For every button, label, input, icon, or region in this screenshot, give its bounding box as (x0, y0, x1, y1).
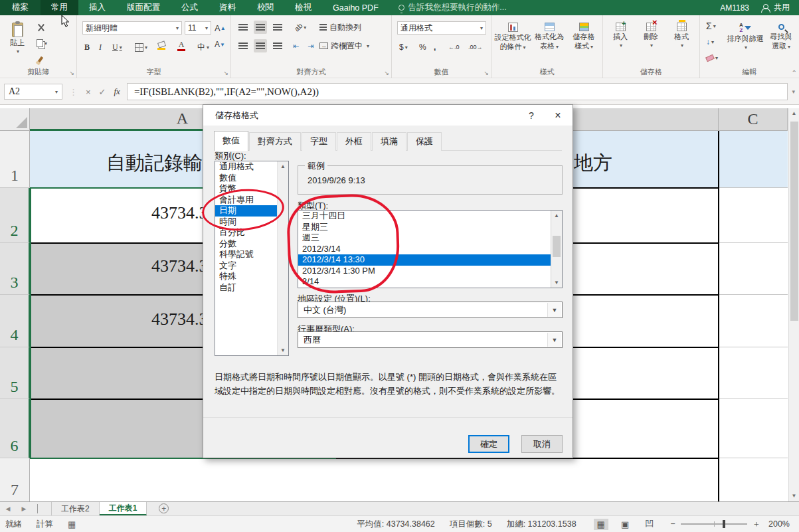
cell-c1[interactable] (719, 131, 788, 188)
ribbon-tabs[interactable]: 檔案常用插入版面配置公式資料校閱檢視Gaaiho PDF (0, 0, 389, 15)
zoom-track[interactable] (681, 523, 747, 525)
find-select-button[interactable]: 尋找與 選取▾ (765, 19, 797, 51)
page-layout-view-icon[interactable]: ▣ (618, 519, 632, 530)
decrease-decimal-button[interactable]: .00→ (466, 41, 485, 54)
calendar-combo[interactable]: 西曆 ▼ (298, 331, 563, 348)
row-header-7[interactable]: 7 (0, 458, 30, 501)
scroll-down-icon[interactable]: ▼ (554, 280, 559, 286)
align-right-button[interactable] (271, 39, 284, 52)
dialog-tab[interactable]: 數值 (214, 131, 248, 151)
cell-styles-button[interactable]: 儲存格 樣式▾ (567, 19, 600, 51)
type-item[interactable]: 2012/3/14 13:30 (298, 254, 562, 266)
share-button[interactable]: 共用 (761, 2, 790, 13)
zoom-thumb[interactable] (723, 520, 725, 528)
bottom-align-button[interactable] (271, 21, 284, 34)
percent-button[interactable]: % (417, 41, 428, 54)
delete-cells-button[interactable]: 刪除 ▾ (636, 19, 666, 50)
sheet-next-icon[interactable]: ▶ (16, 502, 32, 515)
accounting-format-button[interactable]: $▾ (397, 41, 410, 54)
fill-color-button[interactable] (155, 39, 167, 52)
type-item[interactable]: 週三 (298, 232, 562, 244)
vertical-scrollbar[interactable]: ▲ ▼ (788, 108, 799, 501)
sheet-tab[interactable]: 工作表1 (100, 502, 147, 515)
ribbon-tab[interactable]: 公式 (171, 0, 209, 15)
clear-button[interactable]: ▾ (704, 51, 720, 64)
page-break-view-icon[interactable]: 凹 (642, 517, 657, 531)
normal-view-icon[interactable]: ▦ (594, 519, 608, 530)
font-color-button[interactable]: A (175, 39, 187, 52)
type-item[interactable]: 2012/3/14 1:30 PM (298, 266, 562, 277)
vertical-scroll-thumb[interactable] (790, 122, 798, 321)
category-listbox[interactable]: 通用格式數值貨幣會計專用日期時間百分比分數科學記號文字特殊自訂 ▲▼ (215, 161, 289, 356)
scroll-up-icon[interactable]: ▲ (789, 108, 799, 119)
type-listbox[interactable]: 三月十四日星期三週三2012/3/142012/3/14 13:302012/3… (298, 210, 563, 288)
ribbon-tab[interactable]: 版面配置 (116, 0, 171, 15)
align-left-button[interactable] (236, 39, 250, 52)
ribbon-tab[interactable]: 資料 (209, 0, 246, 15)
insert-function-icon[interactable]: fx (114, 86, 120, 97)
phonetic-button[interactable]: 中▾ (195, 41, 211, 54)
wrap-text-button[interactable]: 自動換列 (317, 21, 363, 34)
close-button[interactable]: × (545, 106, 571, 125)
macro-record-icon[interactable]: ▦ (68, 519, 76, 529)
help-button[interactable]: ? (518, 106, 545, 125)
dialog-launcher-icon[interactable]: ↘ (69, 70, 74, 76)
zoom-out-icon[interactable]: − (670, 519, 675, 529)
chevron-down-icon[interactable]: ▼ (547, 303, 561, 317)
select-all-corner[interactable] (0, 108, 30, 131)
type-scroll-thumb[interactable] (553, 236, 561, 257)
shrink-font-button[interactable]: A▼ (213, 38, 227, 51)
column-header-c[interactable]: C (719, 108, 788, 131)
locale-combo[interactable]: 中文 (台灣) ▼ (298, 302, 563, 318)
type-item[interactable]: 星期三 (298, 222, 562, 233)
row-header-3[interactable]: 3 (0, 243, 30, 295)
ribbon-tab[interactable]: Gaaiho PDF (322, 0, 389, 15)
cancel-button[interactable]: 取消 (521, 435, 563, 453)
zoom-in-icon[interactable]: ＋ (753, 519, 761, 530)
merge-center-button[interactable]: ↔ 跨欄置中▾ (317, 39, 371, 52)
row-header-2[interactable]: 2 (0, 188, 30, 243)
scroll-up-icon[interactable]: ▲ (280, 163, 286, 169)
dialog-launcher-icon[interactable]: ↘ (384, 70, 389, 76)
row-header-1[interactable]: 1 (0, 131, 30, 188)
cut-button[interactable] (35, 21, 47, 34)
increase-decimal-button[interactable]: ←.0 (446, 41, 462, 54)
add-sheet-button[interactable]: + (159, 503, 169, 513)
tell-me-box[interactable]: 告訴我您想要執行的動作... (399, 0, 507, 15)
dialog-launcher-icon[interactable]: ↘ (484, 70, 489, 76)
category-scrollbar[interactable]: ▲▼ (277, 161, 288, 355)
ribbon-tab[interactable]: 校閱 (246, 0, 284, 15)
dialog-tab[interactable]: 填滿 (372, 132, 406, 151)
orientation-button[interactable]: ab▾ (292, 21, 308, 34)
name-box[interactable]: A2 ▾ (4, 84, 62, 100)
conditional-formatting-button[interactable]: 設定格式化 的條件▾ (494, 19, 531, 52)
dialog-tab[interactable]: 外框 (337, 132, 371, 151)
bold-button[interactable]: B (82, 41, 92, 54)
copy-button[interactable]: ▾ (35, 37, 49, 50)
sheet-prev-icon[interactable]: ◀ (0, 502, 16, 515)
cancel-icon[interactable]: × (86, 87, 91, 97)
dialog-tab[interactable]: 對齊方式 (249, 132, 301, 151)
underline-button[interactable]: U▾ (110, 41, 124, 54)
ribbon-tab[interactable]: 常用 (41, 0, 78, 15)
type-item[interactable]: 2012/3/14 (298, 244, 562, 255)
row-header-6[interactable]: 6 (0, 399, 30, 458)
calculate-status[interactable]: 計算 (37, 519, 53, 530)
type-item[interactable]: 3/14 (298, 276, 562, 288)
enter-icon[interactable]: ✓ (99, 87, 106, 97)
row-header-4[interactable]: 4 (0, 295, 30, 347)
comma-button[interactable]: , (432, 41, 438, 54)
decrease-indent-button[interactable]: ⇤ (291, 39, 301, 52)
zoom-level[interactable]: 200% (768, 519, 790, 529)
dialog-launcher-icon[interactable]: ↘ (223, 70, 228, 76)
borders-button[interactable]: ▾ (133, 41, 149, 54)
scroll-down-icon[interactable]: ▼ (280, 347, 286, 353)
font-name-combo[interactable]: 新細明體▾ (82, 21, 182, 35)
grow-font-button[interactable]: A▲ (213, 21, 228, 35)
scroll-down-icon[interactable]: ▼ (789, 491, 799, 501)
number-format-combo[interactable]: 通用格式▾ (397, 21, 486, 35)
dialog-titlebar[interactable]: 儲存格格式 ? × (203, 105, 573, 126)
sort-filter-button[interactable]: AZ 排序與篩選 ▾ (727, 19, 764, 52)
format-painter-button[interactable] (35, 52, 46, 66)
increase-indent-button[interactable]: ⇥ (306, 39, 315, 52)
